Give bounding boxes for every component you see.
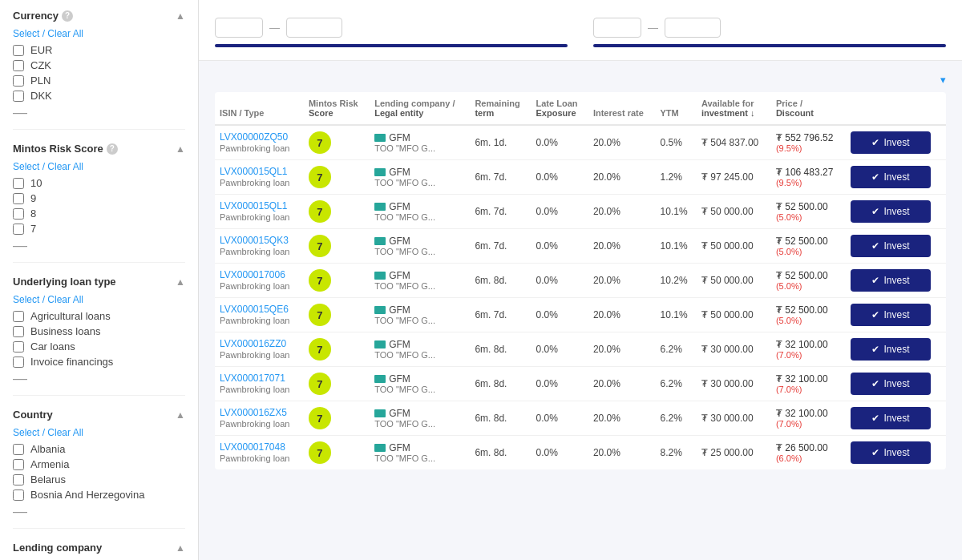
isin-link[interactable]: LVX000015QL1	[220, 200, 299, 212]
checkbox-czk[interactable]	[13, 60, 24, 71]
company-name: GFM	[389, 408, 410, 419]
checkbox-row-czk: CZK	[13, 59, 185, 71]
info-icon[interactable]: ?	[107, 143, 118, 155]
checkbox-row-eur: EUR	[13, 44, 185, 56]
ytm-cell: 6.2%	[656, 401, 697, 436]
isin-link[interactable]: LVX000016ZX5	[220, 407, 299, 418]
term-max-input[interactable]	[665, 18, 721, 38]
risk-cell: 7	[304, 367, 370, 401]
available-cell: ₮ 504 837.00	[697, 125, 771, 160]
company-name: GFM	[389, 339, 410, 350]
table-row: LVX000016ZZ0Pawnbroking loan7GFMTOO "MFO…	[215, 332, 946, 367]
invest-label: Invest	[883, 137, 909, 148]
show-more-mintos-risk-score[interactable]: —	[13, 238, 185, 252]
section-header-currency[interactable]: Currency?▲	[13, 10, 185, 22]
invest-button[interactable]: ✔Invest	[851, 235, 931, 257]
price-main: ₮ 106 483.27	[776, 167, 841, 178]
checkbox-9[interactable]	[13, 193, 24, 204]
isin-link[interactable]: LVX000015QL1	[220, 166, 299, 177]
select-clear-currency[interactable]: Select / Clear All	[13, 28, 185, 39]
flag-icon	[374, 203, 386, 211]
show-more-country[interactable]: —	[13, 504, 185, 518]
section-title-underlying-loan-type: Underlying loan type	[13, 276, 116, 288]
invest-button[interactable]: ✔Invest	[851, 304, 931, 326]
table-row: LVX00000ZQ50Pawnbroking loan7GFMTOO "MFO…	[215, 125, 946, 160]
section-header-mintos-risk-score[interactable]: Mintos Risk Score?▲	[13, 143, 185, 155]
late-exposure-cell: 0.0%	[532, 401, 588, 436]
select-clear-country[interactable]: Select / Clear All	[13, 427, 185, 438]
col-header-top: Late Loan	[536, 99, 584, 108]
checkbox-agricultural-loans[interactable]	[13, 311, 24, 322]
price-discount: (6.0%)	[776, 453, 841, 463]
checkbox-eur[interactable]	[13, 45, 24, 56]
isin-link[interactable]: LVX000015QK3	[220, 235, 299, 246]
table-row: LVX000015QL1Pawnbroking loan7GFMTOO "MFO…	[215, 195, 946, 229]
ytm-max-input[interactable]	[286, 18, 342, 38]
shield-icon: ✔	[871, 309, 879, 320]
invest-label: Invest	[883, 378, 909, 389]
checkbox-label: Albania	[30, 443, 65, 455]
info-icon[interactable]: ?	[62, 10, 73, 22]
remaining-cell: 6m. 8d.	[470, 367, 531, 401]
chevron-up-icon: ▲	[176, 276, 185, 288]
select-clear-underlying-loan-type[interactable]: Select / Clear All	[13, 294, 185, 305]
checkbox-row-7: 7	[13, 223, 185, 235]
price-main: ₮ 32 100.00	[776, 339, 841, 350]
price-cell: ₮ 32 100.00(7.0%)	[771, 401, 846, 436]
select-clear-mintos-risk-score[interactable]: Select / Clear All	[13, 161, 185, 172]
checkbox-label: Belarus	[30, 473, 66, 485]
shield-icon: ✔	[871, 344, 879, 355]
download-button[interactable]: ▾	[937, 74, 946, 86]
price-discount: (7.0%)	[776, 419, 841, 429]
checkbox-8[interactable]	[13, 208, 24, 220]
checkbox-pln[interactable]	[13, 75, 24, 87]
late-exposure-cell: 0.0%	[532, 367, 588, 401]
checkbox-armenia[interactable]	[13, 459, 24, 470]
isin-cell: LVX000015QK3Pawnbroking loan	[215, 229, 304, 264]
isin-link[interactable]: LVX000017071	[220, 373, 299, 384]
invest-button[interactable]: ✔Invest	[851, 441, 931, 464]
isin-link[interactable]: LVX000017006	[220, 269, 299, 280]
ytm-min-input[interactable]	[215, 18, 263, 38]
section-header-underlying-loan-type[interactable]: Underlying loan type▲	[13, 276, 185, 288]
checkbox-bosnia-and-herzegovina[interactable]	[13, 489, 24, 501]
checkbox-7[interactable]	[13, 224, 24, 235]
isin-link[interactable]: LVX000016ZZ0	[220, 338, 299, 349]
price-cell: ₮ 106 483.27(9.5%)	[771, 160, 846, 195]
term-min-input[interactable]	[593, 18, 641, 38]
invest-button[interactable]: ✔Invest	[851, 407, 931, 429]
invest-button[interactable]: ✔Invest	[851, 338, 931, 361]
col-header-7[interactable]: Available forinvestment ↓	[697, 92, 771, 125]
remaining-term-filter: —	[593, 13, 946, 47]
section-title-country: Country	[13, 409, 53, 421]
isin-link[interactable]: LVX000017048	[220, 441, 299, 453]
invest-label: Invest	[883, 309, 909, 320]
flag-icon	[374, 375, 386, 383]
checkbox-car-loans[interactable]	[13, 341, 24, 353]
checkbox-10[interactable]	[13, 178, 24, 189]
checkbox-invoice-financings[interactable]	[13, 357, 24, 368]
invest-button[interactable]: ✔Invest	[851, 131, 931, 154]
invest-button[interactable]: ✔Invest	[851, 373, 931, 395]
invest-button[interactable]: ✔Invest	[851, 200, 931, 223]
company-name: GFM	[389, 442, 410, 453]
show-more-underlying-loan-type[interactable]: —	[13, 371, 185, 385]
notes-table: ISIN / TypeMintos RiskScoreLending compa…	[215, 92, 946, 469]
section-header-lending-company[interactable]: Lending company▲	[13, 542, 185, 554]
checkbox-label: Car loans	[30, 340, 75, 353]
risk-badge: 7	[309, 131, 331, 154]
isin-link[interactable]: LVX00000ZQ50	[220, 131, 299, 143]
loan-type: Pawnbroking loan	[220, 212, 289, 222]
isin-link[interactable]: LVX000015QE6	[220, 304, 299, 315]
remaining-cell: 6m. 7d.	[470, 160, 531, 195]
invest-button[interactable]: ✔Invest	[851, 166, 931, 188]
invest-button[interactable]: ✔Invest	[851, 269, 931, 292]
checkbox-albania[interactable]	[13, 444, 24, 455]
loan-type: Pawnbroking loan	[220, 281, 289, 291]
show-more-currency[interactable]: —	[13, 105, 185, 119]
checkbox-belarus[interactable]	[13, 474, 24, 485]
checkbox-business-loans[interactable]	[13, 326, 24, 337]
section-header-country[interactable]: Country▲	[13, 409, 185, 421]
checkbox-dkk[interactable]	[13, 91, 24, 102]
risk-cell: 7	[304, 264, 370, 298]
